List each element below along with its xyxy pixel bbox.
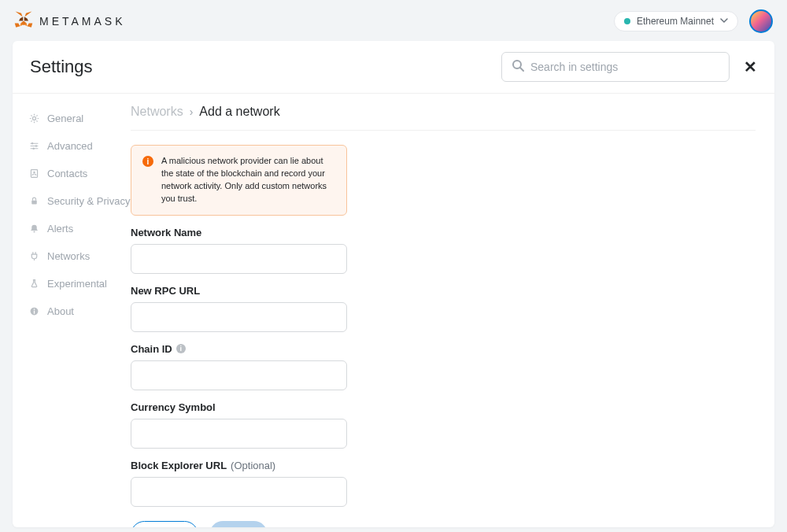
close-button[interactable]: ✕ (744, 59, 757, 75)
plug-icon (28, 251, 39, 261)
breadcrumb: Networks › Add a network (131, 105, 756, 131)
sidebar-item-label: Alerts (47, 223, 73, 235)
sliders-icon (28, 141, 39, 151)
fox-icon (14, 10, 33, 32)
sidebar-item-experimental[interactable]: Experimental (28, 270, 131, 297)
sidebar-item-label: Networks (47, 250, 90, 262)
panel-header: Settings ✕ (13, 41, 774, 94)
sidebar-item-label: Advanced (47, 140, 93, 152)
sidebar: General Advanced Contacts Security & Pri… (13, 94, 131, 527)
sidebar-item-label: About (47, 305, 74, 317)
svg-marker-4 (19, 17, 23, 20)
label-currency-symbol: Currency Symbol (131, 401, 347, 413)
svg-point-21 (33, 231, 35, 233)
brand-name: METAMASK (39, 15, 126, 28)
settings-panel: Settings ✕ General Advanced Contac (13, 41, 774, 527)
contacts-icon (28, 168, 39, 179)
warning-banner: i A malicious network provider can lie a… (131, 145, 347, 216)
search-input[interactable] (530, 61, 719, 73)
warning-icon: i (142, 156, 153, 167)
sidebar-item-alerts[interactable]: Alerts (28, 215, 131, 242)
sidebar-item-label: General (47, 113, 83, 124)
search-icon (512, 59, 524, 75)
field-rpc-url: New RPC URL (131, 285, 347, 332)
cancel-button[interactable]: Cancel (131, 521, 198, 527)
button-row: Cancel Save (131, 521, 756, 527)
sidebar-item-label: Experimental (47, 278, 107, 290)
network-status-dot (624, 18, 630, 24)
svg-point-11 (32, 116, 35, 120)
save-button[interactable]: Save (209, 521, 268, 527)
field-chain-id: Chain ID i (131, 343, 347, 390)
content-area: Networks › Add a network i A malicious n… (131, 94, 774, 527)
brand: METAMASK (14, 10, 126, 32)
svg-marker-0 (25, 12, 32, 17)
network-label: Ethereum Mainnet (637, 16, 714, 27)
svg-marker-1 (16, 12, 23, 17)
breadcrumb-parent[interactable]: Networks (131, 105, 183, 119)
flask-icon (28, 279, 39, 289)
field-network-name: Network Name (131, 227, 347, 274)
input-rpc-url[interactable] (131, 302, 347, 332)
info-tooltip-icon[interactable]: i (176, 344, 186, 353)
panel-body: General Advanced Contacts Security & Pri… (13, 94, 774, 527)
page-title: Settings (30, 57, 93, 77)
input-block-explorer[interactable] (131, 477, 347, 507)
chevron-down-icon (720, 16, 728, 27)
sidebar-item-about[interactable]: About (28, 297, 131, 325)
breadcrumb-current: Add a network (199, 105, 279, 119)
sidebar-item-label: Security & Privacy (47, 195, 130, 207)
input-currency-symbol[interactable] (131, 419, 347, 449)
svg-point-19 (33, 172, 35, 173)
sidebar-item-label: Contacts (47, 168, 87, 179)
topbar-right: Ethereum Mainnet (614, 9, 773, 33)
topbar: METAMASK Ethereum Mainnet (0, 0, 787, 41)
svg-marker-2 (28, 24, 33, 28)
bell-icon (28, 224, 39, 234)
svg-point-15 (31, 142, 32, 144)
field-currency-symbol: Currency Symbol (131, 401, 347, 449)
svg-rect-20 (31, 201, 37, 205)
field-block-explorer: Block Explorer URL (Optional) (131, 460, 347, 507)
svg-point-16 (35, 145, 36, 146)
input-chain-id[interactable] (131, 360, 347, 390)
sidebar-item-contacts[interactable]: Contacts (28, 160, 131, 187)
svg-point-17 (32, 148, 34, 150)
label-rpc-url: New RPC URL (131, 285, 347, 297)
label-chain-id: Chain ID i (131, 343, 347, 355)
chevron-right-icon: › (190, 105, 194, 118)
svg-marker-5 (24, 17, 28, 20)
sidebar-item-general[interactable]: General (28, 105, 131, 132)
account-avatar[interactable] (749, 9, 773, 33)
sidebar-item-advanced[interactable]: Advanced (28, 132, 131, 160)
header-right: ✕ (501, 52, 757, 82)
input-network-name[interactable] (131, 244, 347, 274)
svg-line-10 (520, 68, 523, 71)
svg-marker-3 (15, 24, 20, 28)
sidebar-item-security[interactable]: Security & Privacy (28, 187, 131, 215)
gear-icon (28, 113, 39, 124)
info-icon (28, 306, 39, 316)
lock-icon (28, 196, 39, 206)
warning-text: A malicious network provider can lie abo… (161, 155, 335, 205)
svg-rect-24 (33, 311, 34, 314)
network-selector[interactable]: Ethereum Mainnet (614, 11, 738, 31)
sidebar-item-networks[interactable]: Networks (28, 242, 131, 270)
search-box[interactable] (501, 52, 730, 82)
label-block-explorer: Block Explorer URL (Optional) (131, 460, 347, 471)
svg-point-23 (33, 308, 35, 310)
label-network-name: Network Name (131, 227, 347, 238)
